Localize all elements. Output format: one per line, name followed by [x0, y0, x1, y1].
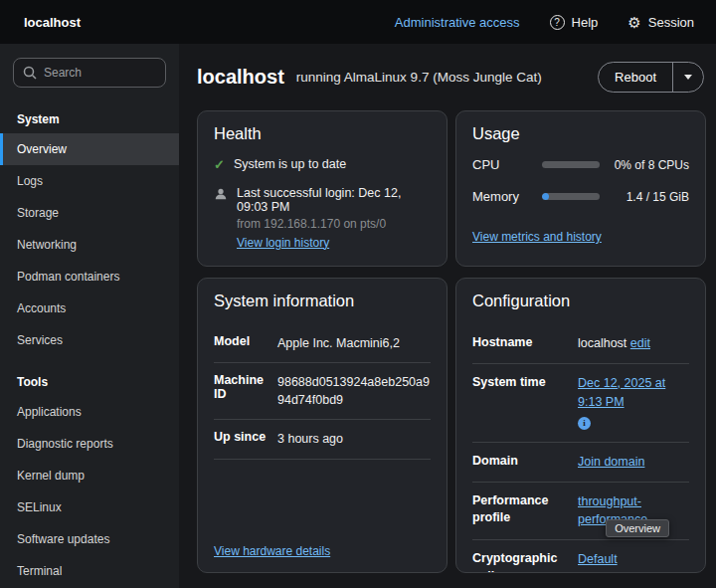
last-login-text: Last successful login: Dec 12, 09:03 PM — [237, 186, 431, 214]
view-metrics-link[interactable]: View metrics and history — [472, 230, 689, 244]
sidebar: System Overview Logs Storage Networking … — [0, 44, 179, 588]
gear-icon: ⚙ — [627, 15, 640, 30]
sidebar-item-overview[interactable]: Overview — [0, 133, 179, 165]
cpu-value: 0% of 8 CPUs — [600, 158, 689, 172]
nav-section-tools: Tools — [0, 366, 179, 396]
configuration-card: Configuration Hostname localhost edit Sy… — [455, 278, 706, 573]
help-menu[interactable]: ? Help — [550, 15, 599, 30]
memory-progress-bar — [542, 193, 600, 200]
config-row-system-time: System time Dec 12, 2025 at 9:13 PM i — [472, 364, 689, 443]
table-row: Model Apple Inc. Macmini6,2 — [214, 324, 431, 363]
sidebar-item-terminal[interactable]: Terminal — [0, 555, 179, 587]
cryptographic-policy-label: Cryptographic policy — [472, 550, 578, 573]
model-label: Model — [214, 324, 277, 363]
chevron-down-icon — [684, 75, 692, 80]
page-title: localhost — [197, 66, 284, 89]
nav-section-system: System — [0, 103, 179, 133]
sidebar-item-diagnostic-reports[interactable]: Diagnostic reports — [0, 428, 179, 460]
system-information-card: System information Model Apple Inc. Macm… — [197, 278, 448, 573]
reboot-button[interactable]: Reboot — [599, 63, 672, 92]
table-row: Machine ID 98688d0513924a8eb250a994d74f0… — [214, 363, 431, 420]
sidebar-item-selinux[interactable]: SELinux — [0, 491, 179, 523]
cpu-label: CPU — [472, 157, 542, 172]
system-information-table: Model Apple Inc. Macmini6,2 Machine ID 9… — [214, 324, 431, 460]
session-menu[interactable]: ⚙ Session — [627, 15, 694, 30]
sidebar-item-software-updates[interactable]: Software updates — [0, 523, 179, 555]
sidebar-item-applications[interactable]: Applications — [0, 396, 179, 428]
memory-value: 1.4 / 15 GiB — [600, 190, 689, 204]
hostname-edit-link[interactable]: edit — [630, 336, 650, 350]
view-hardware-details-link[interactable]: View hardware details — [214, 544, 431, 558]
sidebar-item-podman-containers[interactable]: Podman containers — [0, 261, 179, 293]
main-content: localhost running AlmaLinux 9.7 (Moss Ju… — [179, 44, 716, 588]
config-row-cryptographic-policy: Cryptographic policy Default — [472, 540, 689, 573]
help-icon: ? — [550, 15, 565, 30]
cpu-progress-bar — [542, 161, 600, 168]
reboot-split-button: Reboot — [598, 62, 704, 93]
up-since-value: 3 hours ago — [277, 420, 431, 459]
reboot-dropdown-toggle[interactable] — [672, 63, 703, 92]
overview-tooltip: Overview — [606, 519, 669, 537]
machine-id-label: Machine ID — [214, 363, 277, 420]
join-domain-link[interactable]: Join domain — [578, 455, 644, 469]
system-information-title: System information — [214, 292, 431, 310]
hostname-value: localhost — [578, 336, 626, 350]
view-login-history-link[interactable]: View login history — [237, 236, 329, 250]
usage-card-title: Usage — [472, 124, 689, 143]
hostname-label: Hostname — [472, 334, 578, 353]
model-value: Apple Inc. Macmini6,2 — [277, 324, 431, 363]
sidebar-item-services[interactable]: Services — [0, 324, 179, 356]
cryptographic-policy-link[interactable]: Default — [578, 552, 618, 566]
system-time-label: System time — [472, 374, 578, 432]
brand-hostname: localhost — [24, 15, 81, 30]
system-time-link[interactable]: Dec 12, 2025 at 9:13 PM — [578, 376, 665, 409]
sidebar-item-networking[interactable]: Networking — [0, 229, 179, 261]
health-status-text: System is up to date — [234, 157, 346, 171]
memory-label: Memory — [472, 189, 542, 204]
sidebar-item-storage[interactable]: Storage — [0, 197, 179, 229]
config-row-domain: Domain Join domain — [472, 443, 689, 483]
memory-progress-fill — [542, 193, 549, 200]
help-label: Help — [572, 15, 599, 30]
health-card-title: Health — [214, 124, 431, 143]
up-since-label: Up since — [214, 420, 277, 459]
sidebar-item-kernel-dump[interactable]: Kernel dump — [0, 460, 179, 491]
machine-id-value: 98688d0513924a8eb250a994d74f0bd9 — [277, 363, 431, 420]
table-row: Up since 3 hours ago — [214, 420, 431, 459]
configuration-title: Configuration — [472, 292, 689, 310]
search-icon — [22, 65, 38, 81]
performance-profile-label: Performance profile — [472, 492, 578, 530]
sidebar-item-accounts[interactable]: Accounts — [0, 293, 179, 324]
info-icon[interactable]: i — [578, 417, 591, 430]
domain-label: Domain — [472, 453, 578, 472]
administrative-access-link[interactable]: Administrative access — [395, 15, 520, 30]
masthead: localhost Administrative access ? Help ⚙… — [0, 0, 716, 44]
login-from-text: from 192.168.1.170 on pts/0 — [237, 217, 431, 231]
config-row-hostname: Hostname localhost edit — [472, 324, 689, 364]
session-label: Session — [648, 15, 694, 30]
user-icon — [214, 187, 228, 201]
check-icon: ✓ — [214, 157, 225, 173]
sidebar-item-logs[interactable]: Logs — [0, 165, 179, 197]
os-subtitle: running AlmaLinux 9.7 (Moss Jungle Cat) — [296, 70, 542, 85]
usage-card: Usage CPU 0% of 8 CPUs Memory 1.4 / 15 G… — [455, 110, 706, 267]
health-card: Health ✓ System is up to date Last succe… — [197, 110, 448, 267]
